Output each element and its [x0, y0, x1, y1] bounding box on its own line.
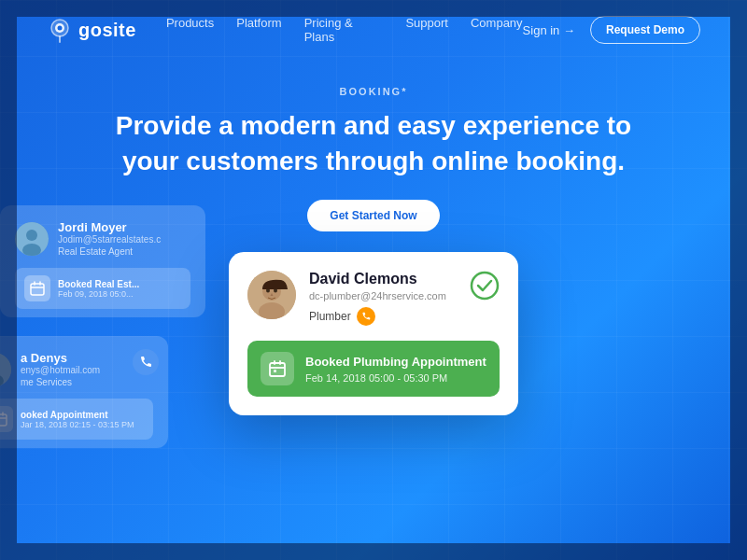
popup-avatar [247, 271, 296, 319]
left-booking-icon-box [24, 275, 50, 301]
popup-role-row: Plumber [309, 307, 457, 326]
left-booking-date: Feb 09, 2018 05:0... [58, 289, 181, 299]
navbar: gosite Products Platform Pricing & Plans… [0, 0, 747, 60]
gosite-logo-icon [47, 17, 73, 43]
popup-user-role: Plumber [309, 310, 351, 323]
right-booking-icon-box [0, 406, 13, 432]
verified-check-icon [470, 271, 500, 301]
svg-rect-10 [0, 414, 7, 426]
hero-title-line2: your customers through online booking. [122, 147, 625, 175]
right-card-booking: ooked Appointment Jar 18, 2018 02:15 - 0… [0, 399, 153, 440]
hero-section: BOOKING* Provide a modern and easy exper… [0, 60, 747, 231]
hero-label: BOOKING* [0, 86, 747, 97]
left-card-booking: Booked Real Est... Feb 09, 2018 05:0... [15, 268, 190, 309]
popup-header: David Clemons dc-plumber@24hrservice.com… [247, 271, 500, 326]
hero-title-line1: Provide a modern and easy experience to [116, 111, 631, 140]
svg-rect-18 [274, 370, 276, 372]
popup-user-email: dc-plumber@24hrservice.com [309, 290, 457, 301]
nav-company[interactable]: Company [471, 16, 523, 44]
popup-booking-date: Feb 14, 2018 05:00 - 05:30 PM [305, 372, 486, 384]
nav-products[interactable]: Products [166, 16, 214, 44]
popup-card: David Clemons dc-plumber@24hrservice.com… [229, 252, 518, 415]
left-card-role: Real Estate Agent [58, 246, 190, 257]
popup-booking-icon [261, 352, 294, 385]
nav-links: Products Platform Pricing & Plans Suppor… [166, 16, 523, 44]
right-card-user-row: a Denys enys@hotmail.com me Services [0, 351, 153, 387]
left-booking-title: Booked Real Est... [58, 279, 181, 289]
main-container: gosite Products Platform Pricing & Plans… [0, 0, 747, 560]
left-booking-text: Booked Real Est... Feb 09, 2018 05:0... [58, 279, 181, 299]
popup-phone-icon[interactable] [357, 307, 375, 326]
popup-booking-title: Booked Plumbing Appointment [305, 355, 486, 369]
hero-title: Provide a modern and easy experience to … [0, 108, 747, 179]
popup-avatar-image [247, 271, 296, 319]
svg-point-16 [472, 273, 498, 299]
nav-pricing[interactable]: Pricing & Plans [304, 16, 384, 44]
right-booking-date: Jar 18, 2018 02:15 - 03:15 PM [21, 420, 144, 429]
right-booking-title: ooked Appointment [21, 410, 144, 420]
right-card-role: me Services [21, 377, 153, 387]
popup-booking-text: Booked Plumbing Appointment Feb 14, 2018… [305, 355, 486, 384]
calendar-icon [30, 281, 45, 296]
svg-rect-6 [31, 284, 44, 295]
nav-platform[interactable]: Platform [236, 16, 281, 44]
get-started-button[interactable]: Get Started Now [307, 200, 439, 231]
request-demo-button[interactable]: Request Demo [590, 16, 700, 44]
popup-booking-row: Booked Plumbing Appointment Feb 14, 2018… [247, 341, 500, 397]
phone-icon [139, 356, 152, 369]
sign-in-link[interactable]: Sign in → [523, 23, 575, 37]
logo-area[interactable]: gosite [47, 17, 136, 43]
right-user-card: a Denys enys@hotmail.com me Services ook… [0, 336, 168, 448]
right-booking-text: ooked Appointment Jar 18, 2018 02:15 - 0… [21, 410, 144, 429]
svg-rect-17 [270, 363, 285, 376]
nav-support[interactable]: Support [405, 16, 448, 44]
right-card-avatar [0, 353, 11, 386]
left-card-email: Jodim@5starrealstates.c [58, 234, 190, 245]
popup-calendar-icon [268, 359, 287, 378]
calendar-icon-right [0, 412, 7, 427]
nav-right: Sign in → Request Demo [523, 16, 700, 44]
logo-text: gosite [78, 20, 136, 41]
svg-point-2 [58, 26, 63, 31]
right-card-phone-button[interactable] [133, 349, 159, 375]
popup-user-info: David Clemons dc-plumber@24hrservice.com… [309, 271, 457, 326]
popup-user-name: David Clemons [309, 271, 457, 287]
right-avatar-image [0, 353, 11, 386]
popup-phone-svg [361, 312, 371, 321]
